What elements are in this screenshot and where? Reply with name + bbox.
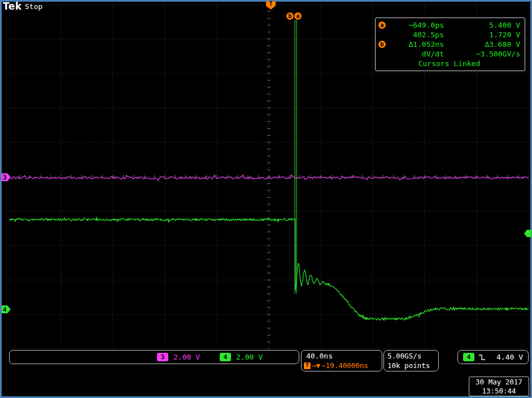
trigger-settings-box[interactable]: 4 4.40 V xyxy=(457,350,529,364)
cursor-delta-volt: Δ3.680 V xyxy=(444,40,520,49)
trigger-slope-icon xyxy=(478,353,486,361)
cursor-a-badge[interactable]: a xyxy=(294,12,302,20)
ch3-scale-value: 2.00 V xyxy=(173,353,200,361)
dvdt-value: −3.500GV/s xyxy=(444,49,520,59)
channel-scale-box[interactable]: 3 2.00 V 4 2.00 V xyxy=(9,350,299,364)
trigger-delay-t-icon: T xyxy=(304,362,311,369)
trigger-delay-arrows-icon: →▼ xyxy=(312,361,320,370)
record-length-value: 10k points xyxy=(387,361,438,370)
trigger-level-value: 4.40 V xyxy=(496,353,523,361)
trigger-source-badge[interactable]: 4 xyxy=(463,353,474,361)
cursor-a-time: −649.0ps xyxy=(389,20,444,30)
ch4-badge[interactable]: 4 xyxy=(220,353,231,361)
cursor-a-marker-icon: a xyxy=(378,21,386,29)
acquisition-settings-box[interactable]: 5.00GS/s 10k points xyxy=(383,350,439,371)
time-value: 13:50:44 xyxy=(482,387,516,396)
oscilloscope-screen: Tek Stop T b a a −649.0ps 5.400 V 402.5p… xyxy=(0,0,532,398)
datetime-box: 30 May 2017 13:50:44 xyxy=(469,377,529,396)
ch4-scale-value: 2.00 V xyxy=(236,353,263,361)
cursor-row-dvdt: dV/dt −3.500GV/s xyxy=(378,49,520,59)
sample-rate-value: 5.00GS/s xyxy=(387,351,438,361)
dvdt-label: dV/dt xyxy=(389,49,444,59)
cursor-b-marker-icon: b xyxy=(378,41,386,48)
cursor-row-2: 402.5ps 1.720 V xyxy=(378,30,520,40)
cursor-row-a: a −649.0ps 5.400 V xyxy=(378,20,520,30)
cursor-b-badge[interactable]: b xyxy=(286,12,294,20)
horizontal-settings-box[interactable]: 40.0ns T →▼ −19.40000ns xyxy=(301,350,382,371)
cursor-row-b: b Δ1.052ns Δ3.680 V xyxy=(378,40,520,49)
date-value: 30 May 2017 xyxy=(476,378,522,387)
tek-logo: Tek xyxy=(3,1,22,12)
cursors-linked-label: Cursors Linked xyxy=(378,59,520,68)
cursor-b-volt: 1.720 V xyxy=(444,30,520,40)
trigger-delay-value: −19.40000ns xyxy=(321,361,368,370)
acquisition-status: Stop xyxy=(25,2,42,11)
ch3-badge[interactable]: 3 xyxy=(157,353,168,361)
trigger-delay-row: T →▼ −19.40000ns xyxy=(302,361,382,370)
cursor-delta-time: Δ1.052ns xyxy=(389,40,444,49)
timebase-value: 40.0ns xyxy=(302,351,382,361)
cursor-a-volt: 5.400 V xyxy=(444,20,520,30)
cursor-b-time: 402.5ps xyxy=(389,30,444,40)
cursor-readout-panel: a −649.0ps 5.400 V 402.5ps 1.720 V b Δ1.… xyxy=(375,18,525,71)
